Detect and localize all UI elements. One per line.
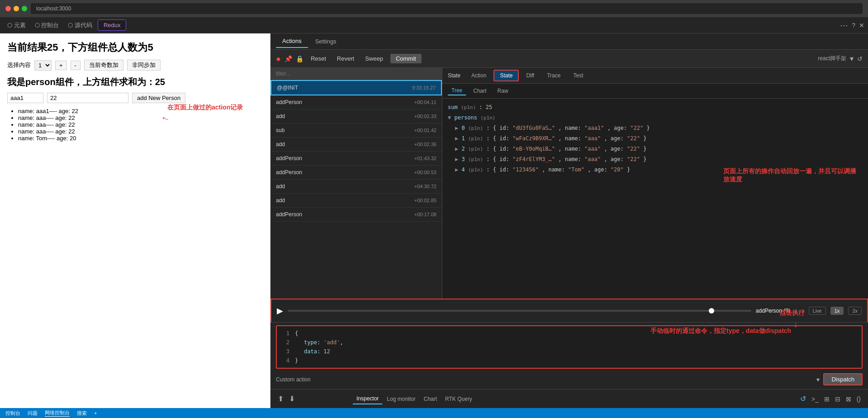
line-num-3: 3 [280, 347, 289, 356]
action-name: addPerson [276, 169, 302, 176]
tab-chart[interactable]: Chart [420, 394, 441, 404]
play-button[interactable]: ▶ [277, 306, 283, 316]
grid3-icon[interactable]: ⊠ [844, 394, 853, 404]
content-select[interactable]: 1 [34, 60, 52, 71]
person-heading: 我是person组件，上方组件求和为：25 [7, 76, 263, 88]
grid-icon[interactable]: ⊞ [822, 394, 831, 404]
line-num-2: 2 [280, 338, 289, 347]
action-item[interactable]: sub +00:01.42 [270, 124, 442, 138]
lock-button[interactable]: 🔒 [296, 55, 304, 62]
commit-button[interactable]: Commit [390, 54, 422, 63]
action-name: add [276, 113, 285, 119]
status-console[interactable]: 控制台 [5, 410, 20, 417]
action-time: +00:01.42 [414, 128, 436, 133]
sweep-button[interactable]: Sweep [361, 54, 387, 63]
filter-input[interactable] [270, 68, 442, 80]
person-list: name: aaa1---- age: 22 name: aaa---- age… [7, 108, 263, 142]
tab-action[interactable]: Action [466, 71, 492, 81]
action-item[interactable]: addPerson +01:43.32 [270, 152, 442, 166]
state-sum: sum (p1n) : 25 [448, 102, 863, 113]
select-label: 选择内容 [7, 61, 31, 69]
state-person-3[interactable]: ▶ 3 (p1n) : { id: "zF4rElYM3_…" , name: … [455, 154, 863, 165]
tab-trace[interactable]: Trace [541, 71, 566, 81]
action-item[interactable]: add +00:02.33 [270, 109, 442, 124]
view-tab-chart[interactable]: Chart [470, 87, 490, 95]
next-button[interactable]: › [802, 307, 804, 315]
custom-action-label: Custom action [276, 376, 813, 383]
dropdown-icon[interactable]: ▾ [850, 54, 854, 63]
action-item[interactable]: add +00:02.85 [270, 194, 442, 208]
dispatch-button[interactable]: Dispatch [823, 373, 863, 385]
action-item[interactable]: add +04:30.72 [270, 180, 442, 194]
refresh-icon[interactable]: ↺ [857, 55, 863, 62]
action-item[interactable]: add +00:02.36 [270, 138, 442, 152]
view-tab-tree[interactable]: Tree [448, 86, 466, 95]
reset-button[interactable]: Reset [307, 54, 330, 63]
tab-settings[interactable]: Settings [309, 35, 343, 48]
state-person-4[interactable]: ▶ 4 (p1n) : { id: "123456" , name: "Tom"… [455, 165, 863, 175]
grid2-icon[interactable]: ⊟ [833, 394, 842, 404]
status-search[interactable]: 搜索 [77, 410, 87, 417]
action-time: +01:43.32 [414, 156, 436, 161]
dropdown-dispatch-icon[interactable]: ▾ [816, 376, 820, 383]
line-num-1: 1 [280, 329, 289, 338]
add-button[interactable]: + [55, 61, 67, 70]
record-button[interactable]: ● [276, 55, 281, 63]
status-network[interactable]: 网络控制台 [45, 409, 70, 417]
action-item[interactable]: addPerson +00:17.08 [270, 208, 442, 222]
state-person-0[interactable]: ▶ 0 (p1n) : { id: "dU3fGu0FaS…" , name: … [455, 123, 863, 133]
download-icon[interactable]: ⬇ [287, 393, 297, 405]
refresh-icon[interactable]: ↺ [798, 393, 808, 405]
tab-inspector[interactable]: Inspector [353, 394, 382, 404]
action-item[interactable]: addPerson +00:00.53 [270, 166, 442, 180]
page-heading: 当前结果25，下方组件总人数为5 [7, 41, 263, 54]
list-item: name: Tom---- age: 20 [18, 135, 263, 142]
tab-rtk-query[interactable]: RTK Query [441, 394, 476, 404]
status-add[interactable]: + [94, 410, 97, 416]
action-name: addPerson [276, 99, 302, 105]
action-item-init[interactable]: @@INIT 9:33:19.27 [270, 80, 442, 95]
replay-label: addPerson (9) [756, 308, 790, 314]
icon-sources[interactable]: ⬡ 源代码 [64, 19, 96, 31]
redux-tab[interactable]: Redux [98, 19, 127, 31]
action-time: +04:30.72 [414, 184, 436, 189]
revert-button[interactable]: Revert [333, 54, 358, 63]
live-button[interactable]: Live [809, 307, 826, 315]
status-problems[interactable]: 问题 [28, 410, 38, 417]
icon-console[interactable]: ⬡ 控制台 [31, 19, 63, 31]
tab-test[interactable]: Test [568, 71, 588, 81]
age-input[interactable] [47, 93, 128, 103]
upload-icon[interactable]: ⬆ [276, 393, 285, 405]
async-button[interactable]: 非同步加 [127, 60, 161, 71]
terminal-icon[interactable]: >_ [810, 394, 821, 404]
code-line-3: data: 12 [295, 347, 330, 356]
prev-button[interactable]: ‹ [795, 307, 797, 315]
action-time: +00:02.33 [414, 114, 436, 119]
tab-diff[interactable]: Diff [521, 71, 540, 81]
sub-button[interactable]: - [71, 61, 81, 70]
tab-actions[interactable]: Actions [276, 35, 308, 48]
tab-state[interactable]: State [493, 70, 519, 81]
tab-log-monitor[interactable]: Log monitor [383, 394, 419, 404]
pin-button[interactable]: 📌 [285, 55, 292, 62]
name-input[interactable] [7, 93, 43, 103]
action-time: +00:00.53 [414, 170, 436, 175]
icon-elements[interactable]: ⬡ 元素 [4, 19, 29, 31]
action-name: add [276, 141, 285, 147]
state-person-2[interactable]: ▶ 2 (p1n) : { id: "eB-Y0oMqiB…" , name: … [455, 144, 863, 154]
action-item[interactable]: addPerson +00:04.11 [270, 95, 442, 109]
code-line-1: { [295, 329, 298, 338]
radio-icon[interactable]: () [855, 394, 863, 404]
speed-2x-button[interactable]: 2x [848, 307, 862, 315]
list-item: name: aaa---- age: 22 [18, 121, 263, 128]
odd-button[interactable]: 当前奇数加 [84, 60, 123, 71]
add-person-button[interactable]: add New Person [132, 93, 185, 103]
store-name: react脚手架 [818, 55, 846, 62]
action-name: add [276, 183, 285, 190]
state-person-1[interactable]: ▶ 1 (p1n) : { id: "wFaCz9B9XR…" , name: … [455, 133, 863, 144]
list-item: name: aaa---- age: 22 [18, 128, 263, 135]
speed-1x-button[interactable]: 1x [830, 307, 844, 315]
list-item: name: aaa---- age: 22 [18, 114, 263, 121]
view-tab-raw[interactable]: Raw [494, 87, 512, 95]
action-time: 9:33:19.27 [412, 85, 436, 90]
